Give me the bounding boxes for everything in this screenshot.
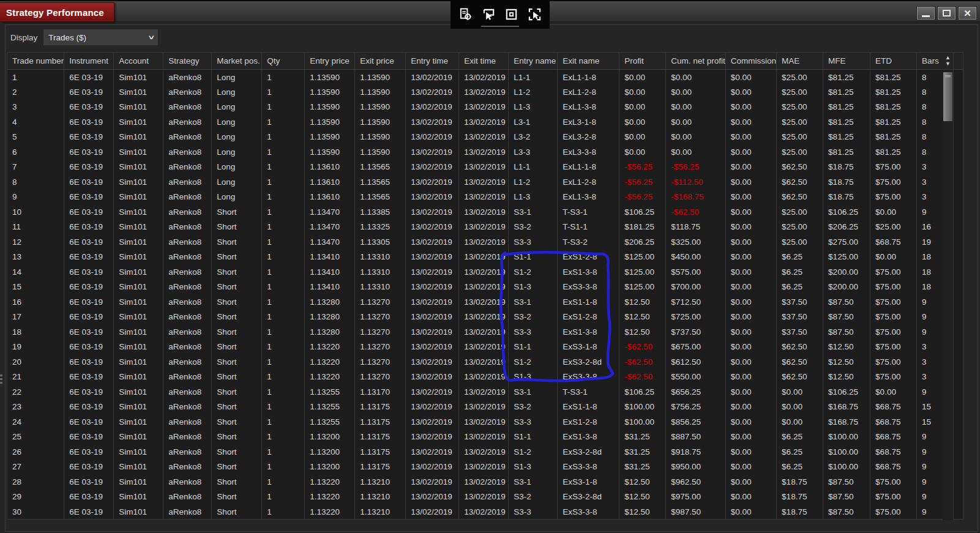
table-cell: $962.50 [666,474,726,490]
column-header-profit[interactable]: Profit [619,53,666,70]
column-header-market-pos[interactable]: Market pos. [212,53,262,70]
table-row[interactable]: 106E 03-19Sim101aRenko8Short11.134701.13… [7,204,963,220]
column-header-entry-price[interactable]: Entry price [305,53,355,70]
minimize-button[interactable] [916,6,935,20]
table-row[interactable]: 206E 03-19Sim101aRenko8Short11.132201.13… [7,354,963,370]
column-header-entry-name[interactable]: Entry name [509,53,558,70]
table-row[interactable]: 176E 03-19Sim101aRenko8Short11.132801.13… [7,310,963,325]
table-row[interactable]: 216E 03-19Sim101aRenko8Short11.132201.13… [7,370,963,385]
table-row[interactable]: 16E 03-19Sim101aRenko8Long11.135901.1359… [7,70,963,85]
table-cell: L1-1 [509,70,558,85]
report-settings-icon[interactable] [458,7,473,21]
column-header-account[interactable]: Account [114,53,163,70]
table-cell: aRenko8 [163,220,212,235]
scrollbar-thumb[interactable] [943,72,952,121]
table-cell: T-S3-2 [558,234,619,250]
column-header-etd[interactable]: ETD [870,53,917,70]
column-header-exit-time[interactable]: Exit time [459,53,509,70]
table-cell: 1 [262,430,305,445]
column-header-mae[interactable]: MAE [777,53,823,70]
table-cell: 1.13255 [305,400,355,415]
table-row[interactable]: 56E 03-19Sim101aRenko8Long11.135901.1359… [7,130,963,145]
table-row[interactable]: 66E 03-19Sim101aRenko8Long11.135901.1359… [7,144,963,160]
table-cell: $18.75 [823,190,870,205]
column-header-cum-net-profit[interactable]: Cum. net profit [666,53,726,70]
column-header-exit-price[interactable]: Exit price [355,53,406,70]
table-row[interactable]: 276E 03-19Sim101aRenko8Short11.132001.13… [7,460,963,475]
table-cell: 1 [262,70,305,85]
column-header-commission[interactable]: Commission [725,53,776,70]
vertical-scrollbar[interactable] [943,70,954,520]
table-row[interactable]: 266E 03-19Sim101aRenko8Short11.132001.13… [7,444,963,460]
table-row[interactable]: 26E 03-19Sim101aRenko8Long11.135901.1359… [7,84,963,100]
toolbar-drag-handle[interactable] [481,26,519,27]
table-cell: 9 [917,444,963,460]
table-row[interactable]: 96E 03-19Sim101aRenko8Long11.136101.1356… [7,190,963,205]
window-title-tab[interactable]: Strategy Performance [0,2,114,22]
maximize-button[interactable] [937,6,956,20]
scroll-down-icon[interactable]: ▼ [945,61,951,67]
table-cell: L1-2 [509,174,558,190]
free-select-icon[interactable] [528,7,542,21]
table-cell: 3 [917,160,963,175]
table-cell: 6E 03-19 [64,190,114,205]
display-dropdown[interactable]: Trades ($) ˅ [43,29,158,45]
table-row[interactable]: 146E 03-19Sim101aRenko8Short11.134101.13… [7,264,963,280]
table-row[interactable]: 196E 03-19Sim101aRenko8Short11.132201.13… [7,340,963,355]
table-cell: Sim101 [114,370,163,385]
table-cell: 13/02/2019 [406,384,459,400]
table-row[interactable]: 226E 03-19Sim101aRenko8Short11.132551.13… [7,384,963,400]
table-row[interactable]: 156E 03-19Sim101aRenko8Short11.134101.13… [7,280,963,295]
column-header-instrument[interactable]: Instrument [64,53,114,70]
table-cell: $75.00 [870,264,917,280]
table-cell: $550.00 [666,370,726,385]
close-button[interactable]: ✕ [958,6,977,20]
table-row[interactable]: 86E 03-19Sim101aRenko8Long11.136101.1356… [7,174,963,190]
column-header-trade-number[interactable]: Trade number [7,53,64,70]
column-header-strategy[interactable]: Strategy [163,53,212,70]
column-header-qty[interactable]: Qty [262,53,305,70]
select-window-icon[interactable] [482,7,496,21]
table-row[interactable]: 246E 03-19Sim101aRenko8Short11.132551.13… [7,414,963,430]
table-cell: aRenko8 [163,250,212,265]
table-row[interactable]: 36E 03-19Sim101aRenko8Long11.135901.1359… [7,100,963,115]
table-cell: $0.00 [725,400,776,415]
table-cell: ExL1-1-8 [558,70,619,85]
table-row[interactable]: 286E 03-19Sim101aRenko8Short11.132201.13… [7,474,963,490]
table-cell: $87.50 [823,504,870,520]
column-header-entry-time[interactable]: Entry time [406,53,459,70]
table-cell: 6E 03-19 [64,340,114,355]
table-cell: 1 [262,444,305,460]
table-row[interactable]: 306E 03-19Sim101aRenko8Short11.132201.13… [7,504,963,520]
table-row[interactable]: 136E 03-19Sim101aRenko8Short11.134101.13… [7,250,963,265]
table-cell: $0.00 [725,444,776,460]
column-header-mfe[interactable]: MFE [823,53,870,70]
table-cell: 1.13565 [355,174,406,190]
table-cell: 18 [7,324,64,340]
scrollbar-grip [945,75,951,77]
table-row[interactable]: 236E 03-19Sim101aRenko8Short11.132551.13… [7,400,963,415]
column-header-bars[interactable]: Bars [917,53,963,70]
table-row[interactable]: 296E 03-19Sim101aRenko8Short11.132201.13… [7,490,963,505]
table-cell: 13/02/2019 [406,204,459,220]
table-row[interactable]: 166E 03-19Sim101aRenko8Short11.132801.13… [7,294,963,310]
table-cell: 9 [917,474,963,490]
table-cell: 25 [7,430,64,445]
table-cell: 6E 03-19 [64,220,114,235]
table-cell: 1.13220 [305,504,355,520]
table-row[interactable]: 256E 03-19Sim101aRenko8Short11.132001.13… [7,430,963,445]
table-cell: $25.00 [777,100,823,115]
table-cell: 6 [7,144,64,160]
table-row[interactable]: 126E 03-19Sim101aRenko8Short11.134701.13… [7,234,963,250]
column-header-exit-name[interactable]: Exit name [558,53,619,70]
table-cell: aRenko8 [163,264,212,280]
table-row[interactable]: 186E 03-19Sim101aRenko8Short11.132801.13… [7,324,963,340]
select-region-icon[interactable] [504,7,518,21]
table-cell: $25.00 [777,130,823,145]
table-row[interactable]: 76E 03-19Sim101aRenko8Long11.136101.1356… [7,160,963,175]
table-row[interactable]: 46E 03-19Sim101aRenko8Long11.135901.1359… [7,114,963,130]
table-cell: $12.50 [619,504,666,520]
table-cell: 9 [917,504,963,520]
table-row[interactable]: 116E 03-19Sim101aRenko8Short11.134701.13… [7,220,963,235]
table-cell: aRenko8 [163,340,212,355]
